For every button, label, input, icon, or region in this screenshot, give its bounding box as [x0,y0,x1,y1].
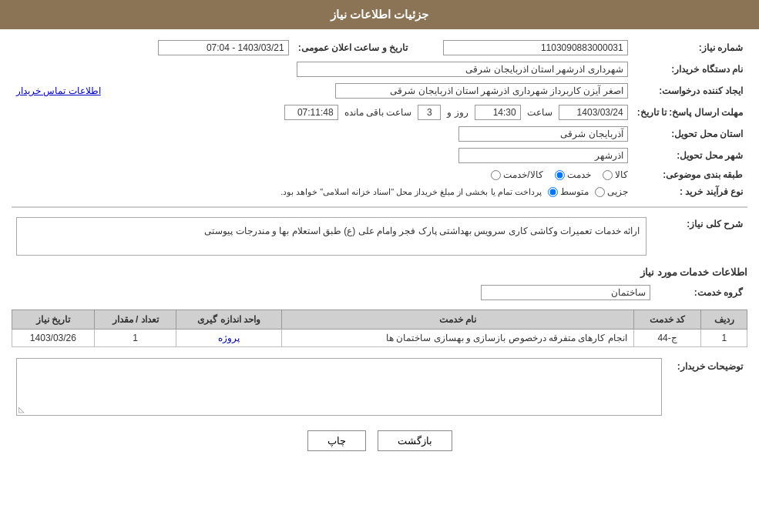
sharh-label: شرح کلی نیاز: [687,219,743,229]
col-vahed: واحد اندازه گیری [176,310,282,330]
cell-nam: انجام کارهای متفرقه درخصوص بازسازی و بهس… [282,330,634,347]
mohlat-saat: 07:11:48 [284,105,338,120]
tozihat-label: توضیحات خریدار: [677,361,743,372]
ostan-value: آذربایجان شرقی [458,126,628,142]
mohlat-time-label: ساعت [527,107,552,118]
col-nam: نام خدمت [282,310,634,330]
noveFarayand-option-motavaset[interactable]: متوسط [548,186,589,197]
cell-tarikh: 1403/03/26 [12,330,95,347]
mohlat-saat-label: ساعت باقی مانده [344,107,412,118]
col-radif: ردیف [701,310,747,330]
ijadKarand-label: ایجاد کننده درخواست: [659,85,743,96]
mohlat-date: 1403/03/24 [559,105,628,120]
mohlat-label: مهلت ارسال پاسخ: تا تاریخ: [637,107,743,118]
col-kod: کد خدمت [633,310,701,330]
page-title: جزئیات اطلاعات نیاز [331,8,428,21]
mohlat-time: 14:30 [475,105,521,120]
ettelaatTamas-link[interactable]: اطلاعات تماس خریدار [16,85,101,96]
mohlat-roz: 3 [418,105,441,120]
ijadKarand-value: اصغر آیزن کاربرداز شهرداری اذرشهر استان … [335,83,628,99]
table-row: 1 ج-44 انجام کارهای متفرقه درخصوص بازساز… [12,330,747,347]
sharh-value: ارائه خدمات تعمیرات وکاشی کاری سرویس بهد… [16,217,646,256]
print-button[interactable]: چاپ [307,430,366,451]
tabaqe-option-kala-khedmat[interactable]: کالا/خدمت [491,169,542,180]
action-buttons: بازگشت چاپ [12,430,747,451]
tabaqe-option-khedmat[interactable]: خدمت [555,169,591,180]
back-button[interactable]: بازگشت [378,430,452,451]
shahr-label: شهر محل تحویل: [677,150,743,161]
ettelaat-section-title: اطلاعات خدمات مورد نیاز [12,266,747,278]
namDastgah-value: شهرداری اذرشهر استان اذربایجان شرقی [297,62,628,77]
namDastgah-label: نام دستگاه خریدار: [671,64,743,75]
cell-vahed: پروژه [176,330,282,347]
cell-radif: 1 [701,330,747,347]
cell-kod: ج-44 [633,330,701,347]
ostan-label: استان محل تحویل: [671,129,743,139]
noveFarayand-option-jozii[interactable]: جزیی [595,186,628,197]
shahr-value: اذرشهر [458,148,628,163]
taarikh-elan-label: تاریخ و ساعت اعلان عمومی: [298,42,408,53]
shomareNiaz-label: شماره نیاز: [699,42,743,53]
cell-tedad: 1 [94,330,176,347]
page-header: جزئیات اطلاعات نیاز [0,0,759,29]
mohlat-roz-label: روز و [447,107,468,118]
services-table: ردیف کد خدمت نام خدمت واحد اندازه گیری ت… [12,309,747,347]
taarikh-elan-value: 1403/03/21 - 07:04 [158,40,289,55]
geroheKhadamat-value: ساختمان [481,285,650,300]
noveFarayand-label: نوع فرآیند خرید : [680,186,743,197]
col-tarikh: تاریخ نیاز [12,310,95,330]
geroheKhadamat-label: گروه خدمت: [694,287,743,298]
shomareNiaz-value: 1103090883000031 [443,40,628,55]
resize-corner: ◺ [18,405,25,413]
tabaqe-option-kala[interactable]: کالا [603,169,628,180]
noveFarayand-description: پرداخت تمام یا بخشی از مبلغ خریداز محل "… [280,187,542,197]
tozihat-box[interactable]: ◺ [16,358,662,416]
col-tedad: تعداد / مقدار [94,310,176,330]
tabaqe-label: طبقه بندی موضوعی: [663,169,743,180]
